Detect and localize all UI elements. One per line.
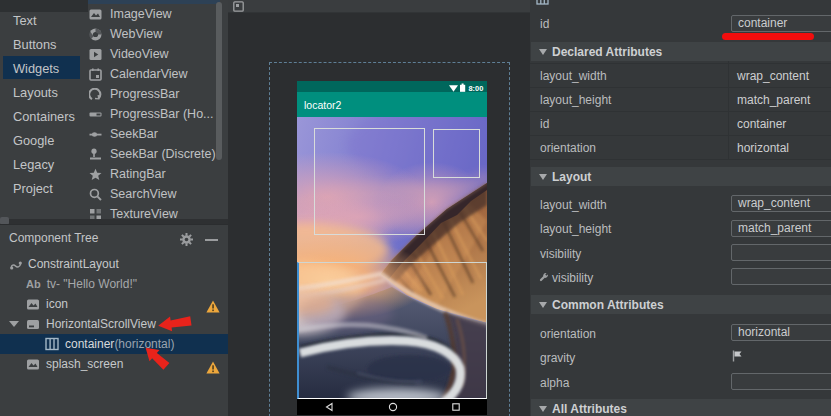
svg-text:8:00: 8:00 xyxy=(469,84,484,92)
